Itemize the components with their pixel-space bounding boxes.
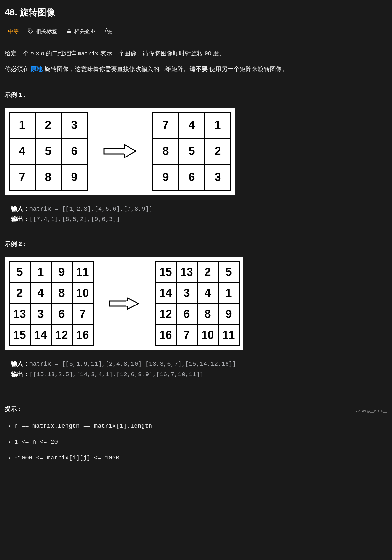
example-1-title: 示例 1： xyxy=(5,91,387,99)
tags-link[interactable]: 相关标签 xyxy=(28,28,57,35)
font-icon: A文 xyxy=(105,27,112,35)
input-label: 输入： xyxy=(11,360,29,368)
companies-label: 相关企业 xyxy=(74,28,96,35)
output-value: [[7,4,1],[8,5,2],[9,6,3]] xyxy=(29,216,120,223)
difficulty-badge: 中等 xyxy=(8,28,19,35)
output-label: 输出： xyxy=(11,371,29,378)
nxn-italic: n × n xyxy=(31,50,44,57)
please-not-bold: 请不要 xyxy=(190,66,209,72)
svg-rect-5 xyxy=(110,301,127,306)
svg-rect-2 xyxy=(104,148,125,154)
watermark: CSDN @__AtYou__ xyxy=(356,409,387,413)
example-1-diagram: 123 456 789 741 852 963 xyxy=(5,108,235,195)
hint-item: -1000 <= matrix[i][j] <= 1000 xyxy=(14,454,387,461)
svg-marker-6 xyxy=(127,298,138,309)
example-2-io: 输入：matrix = [[5,1,9,11],[2,4,8,10],[13,3… xyxy=(5,359,387,379)
meta-row: 中等 相关标签 相关企业 A文 xyxy=(5,27,387,35)
example-1-io: 输入：matrix = [[1,2,3],[4,5,6],[7,8,9]] 输出… xyxy=(5,204,387,224)
hints-list: n == matrix.length == matrix[i].length 1… xyxy=(5,423,387,461)
tags-label: 相关标签 xyxy=(36,28,57,35)
output-value: [[15,13,2,5],[14,3,4,1],[12,6,8,9],[16,7… xyxy=(29,371,203,378)
font-size-toggle[interactable]: A文 xyxy=(105,27,112,35)
input-value: matrix = [[5,1,9,11],[2,4,8,10],[13,3,6,… xyxy=(29,360,236,368)
example-2-input-grid: 51911 24810 13367 15141216 xyxy=(9,261,94,346)
example-1-input-grid: 123 456 789 xyxy=(9,112,88,191)
lock-icon xyxy=(66,28,72,34)
input-value: matrix = [[1,2,3],[4,5,6],[7,8,9]] xyxy=(29,206,153,213)
example-2-diagram: 51911 24810 13367 15141216 151325 14341 … xyxy=(5,257,243,350)
output-label: 输出： xyxy=(11,216,29,223)
hints-title: 提示： xyxy=(5,405,387,413)
hint-item: n == matrix.length == matrix[i].length xyxy=(14,423,387,430)
svg-rect-4 xyxy=(124,149,126,154)
svg-rect-7 xyxy=(126,301,128,306)
arrow-icon xyxy=(102,143,137,159)
svg-rect-1 xyxy=(67,31,71,33)
inplace-link[interactable]: 原地 xyxy=(31,66,43,72)
companies-link[interactable]: 相关企业 xyxy=(66,28,96,35)
example-1-output-grid: 741 852 963 xyxy=(152,112,231,191)
matrix-code: matrix xyxy=(78,51,99,57)
svg-point-0 xyxy=(29,30,30,31)
arrow-icon xyxy=(108,296,140,311)
description-line-1: 给定一个 n × n 的二维矩阵 matrix 表示一个图像。请你将图像顺时针旋… xyxy=(5,48,387,59)
example-2-output-grid: 151325 14341 12689 1671011 xyxy=(155,261,240,346)
input-label: 输入： xyxy=(11,206,29,213)
example-2-title: 示例 2： xyxy=(5,240,387,248)
svg-marker-3 xyxy=(125,145,136,158)
tag-icon xyxy=(28,28,33,34)
hint-item: 1 <= n <= 20 xyxy=(14,438,387,445)
page-title: 48. 旋转图像 xyxy=(5,6,387,18)
description-line-2: 你必须在 原地 旋转图像，这意味着你需要直接修改输入的二维矩阵。请不要 使用另一… xyxy=(5,63,387,75)
